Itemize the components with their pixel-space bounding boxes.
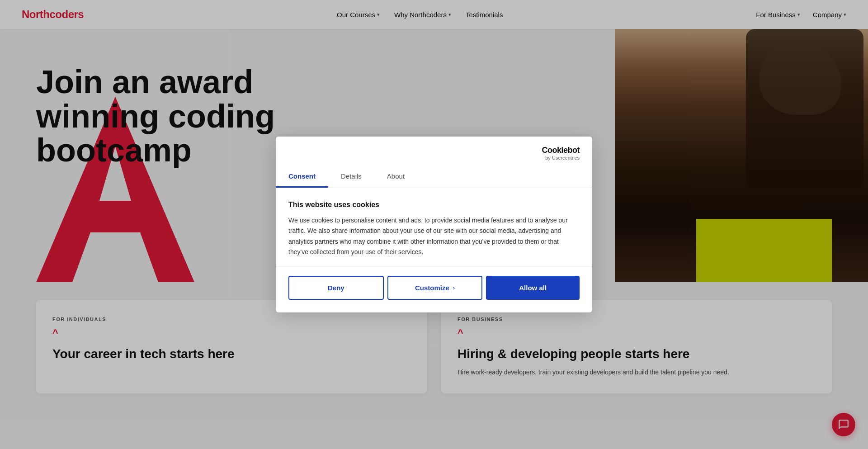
cookie-body-title: This website uses cookies xyxy=(288,201,580,209)
cookiebot-name: Cookiebot xyxy=(542,146,580,155)
allow-all-button[interactable]: Allow all xyxy=(486,276,580,300)
cookie-body-text: We use cookies to personalise content an… xyxy=(288,215,580,257)
cookiebot-logo: Cookiebot by Usercentrics xyxy=(542,146,580,161)
cookie-body: This website uses cookies We use cookies… xyxy=(276,188,592,266)
cookie-header: Cookiebot by Usercentrics xyxy=(276,137,592,161)
deny-button[interactable]: Deny xyxy=(288,276,384,300)
cookie-tabs: Consent Details About xyxy=(276,166,592,188)
cookie-actions: Deny Customize › Allow all xyxy=(276,266,592,312)
customize-button[interactable]: Customize › xyxy=(387,276,483,300)
tab-details[interactable]: Details xyxy=(328,166,374,188)
cookie-modal: Cookiebot by Usercentrics Consent Detail… xyxy=(276,137,592,312)
cookie-overlay: Cookiebot by Usercentrics Consent Detail… xyxy=(0,0,868,421)
chevron-right-icon: › xyxy=(453,284,455,291)
tab-about[interactable]: About xyxy=(374,166,417,188)
cookiebot-sub: by Usercentrics xyxy=(545,155,580,161)
tab-consent[interactable]: Consent xyxy=(276,166,328,188)
